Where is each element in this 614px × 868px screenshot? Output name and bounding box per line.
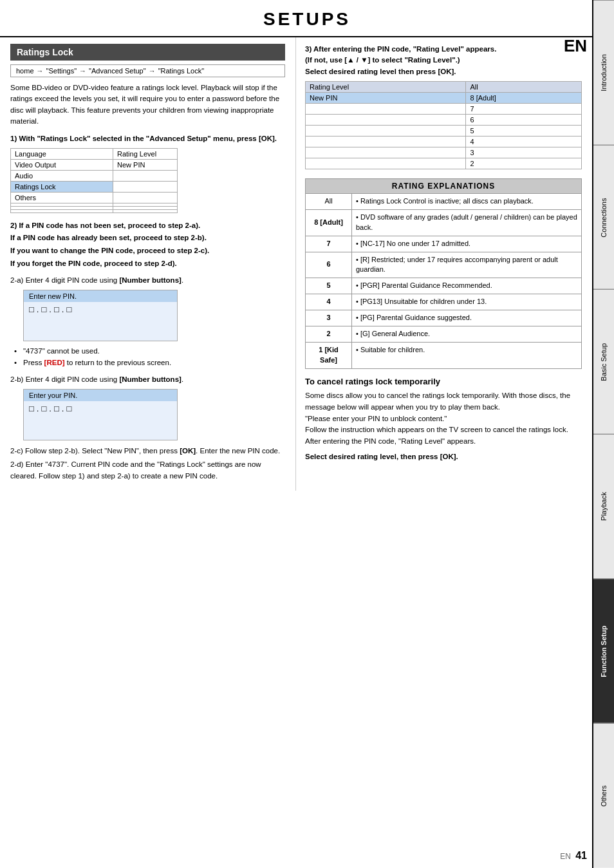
rating-level-row-3: 5 xyxy=(306,125,582,136)
rating-exp-level-7: 2 xyxy=(306,326,352,343)
red-button-label: [RED] xyxy=(44,359,65,366)
rating-exp-desc-8: • Suitable for children. xyxy=(352,343,582,369)
step3-heading: 3) After entering the PIN code, "Rating … xyxy=(305,44,582,77)
menu-cell-col1-2: Audio xyxy=(11,171,113,182)
page-header: SETUPS xyxy=(0,0,614,37)
rating-exp-heading: RATING EXPLANATIONS xyxy=(306,178,582,193)
menu-cell-col1-3: Ratings Lock xyxy=(11,182,113,193)
breadcrumb-arrow-1: → xyxy=(37,67,44,75)
rating-exp-desc-1: • DVD software of any grades (adult / ge… xyxy=(352,209,582,236)
pin-entry-body-2a: □.□.□.□ xyxy=(24,302,177,341)
menu-cell-col2-3 xyxy=(113,182,178,193)
rating-level-header-col1: Rating Level xyxy=(306,81,466,92)
rating-exp-level-3: 6 xyxy=(306,252,352,278)
main-content: Ratings Lock home → "Settings" → "Advanc… xyxy=(0,37,614,491)
menu-row-0: LanguageRating Level xyxy=(11,149,178,160)
rating-level-header-row: Rating LevelAll xyxy=(306,81,582,92)
sidebar-tab-basic-setup[interactable]: Basic Setup xyxy=(593,289,614,434)
rating-level-row-1: 7 xyxy=(306,103,582,114)
rating-level-cell-col2-2: 6 xyxy=(466,114,582,125)
rating-level-cell-col1-0: New PIN xyxy=(306,92,466,103)
cancel-heading: To cancel ratings lock temporarily xyxy=(305,377,582,386)
intro-body-text: Some BD-video or DVD-video feature a rat… xyxy=(10,82,285,127)
bullet-1: "4737" cannot be used. xyxy=(23,345,285,357)
rating-level-cell-col2-0: 8 [Adult] xyxy=(466,92,582,103)
step1-heading: 1) With "Ratings Lock" selected in the "… xyxy=(10,133,285,144)
step3-number: 3) xyxy=(305,45,312,53)
rating-explanations-table: RATING EXPLANATIONS All• Ratings Lock Co… xyxy=(305,178,582,369)
pin-entry-box-2b: Enter your PIN. □.□.□.□ xyxy=(23,389,178,440)
menu-cell-col2-1: New PIN xyxy=(113,160,178,171)
rating-level-cell-col1-3 xyxy=(306,125,466,136)
rating-exp-desc-6: • [PG] Parental Guidance suggested. xyxy=(352,310,582,326)
step2-line1: 2) If a PIN code has not been set, proce… xyxy=(10,220,285,243)
right-column: 3) After entering the PIN code, "Rating … xyxy=(296,37,592,491)
step2b-text: 2-b) Enter 4 digit PIN code using [Numbe… xyxy=(10,374,285,385)
rating-level-row-2: 6 xyxy=(306,114,582,125)
cancel-body: Some discs allow you to cancel the ratin… xyxy=(305,390,582,448)
rating-level-cell-col1-6 xyxy=(306,158,466,169)
step1-menu-table: LanguageRating LevelVideo OutputNew PINA… xyxy=(10,148,178,213)
rating-level-row-0: New PIN8 [Adult] xyxy=(306,92,582,103)
step2-line3: If you forget the PIN code, proceed to s… xyxy=(10,258,285,269)
bullet-2: Press [RED] to return to the previous sc… xyxy=(23,357,285,368)
breadcrumb-arrow-2: → xyxy=(79,67,86,75)
rating-exp-level-1: 8 [Adult] xyxy=(306,209,352,236)
rating-exp-row-3: 6• [R] Restricted; under 17 requires acc… xyxy=(306,252,582,278)
menu-cell-col1-0: Language xyxy=(11,149,113,160)
rating-level-row-4: 4 xyxy=(306,136,582,147)
rating-exp-desc-0: • Ratings Lock Control is inactive; all … xyxy=(352,193,582,209)
sidebar-tab-introduction[interactable]: Introduction xyxy=(593,0,614,145)
rating-exp-desc-5: • [PG13] Unsuitable for children under 1… xyxy=(352,294,582,310)
menu-row-3: Ratings Lock xyxy=(11,182,178,193)
rating-level-cell-col1-4 xyxy=(306,136,466,147)
left-column: Ratings Lock home → "Settings" → "Advanc… xyxy=(0,37,296,491)
menu-row-4: Others xyxy=(11,193,178,203)
sidebar-tab-function-setup[interactable]: Function Setup xyxy=(593,579,614,724)
page-number: EN 41 xyxy=(560,850,587,862)
sidebar-tab-others[interactable]: Others xyxy=(593,723,614,868)
pin-entry-box-2a: Enter new PIN. □.□.□.□ xyxy=(23,290,178,341)
menu-cell-col2-7 xyxy=(113,210,178,213)
rating-exp-desc-7: • [G] General Audience. xyxy=(352,326,582,343)
menu-cell-col1-7 xyxy=(11,210,113,213)
step2a: 2-a) Enter 4 digit PIN code using [Numbe… xyxy=(10,275,285,286)
rating-exp-row-8: 1 [Kid Safe]• Suitable for children. xyxy=(306,343,582,369)
en-page-label: EN xyxy=(560,852,571,861)
rating-exp-desc-4: • [PGR] Parental Guidance Recommended. xyxy=(352,278,582,294)
rating-exp-level-5: 4 xyxy=(306,294,352,310)
menu-cell-col1-1: Video Output xyxy=(11,160,113,171)
menu-cell-col2-4 xyxy=(113,193,178,203)
sidebar-tab-playback[interactable]: Playback xyxy=(593,434,614,579)
step2a-text: 2-a) Enter 4 digit PIN code using [Numbe… xyxy=(10,275,285,286)
rating-exp-row-5: 4• [PG13] Unsuitable for children under … xyxy=(306,294,582,310)
menu-row-7 xyxy=(11,210,178,213)
menu-cell-col2-2 xyxy=(113,171,178,182)
breadcrumb-arrow-3: → xyxy=(149,67,156,75)
rating-exp-level-2: 7 xyxy=(306,236,352,252)
rating-exp-row-6: 3• [PG] Parental Guidance suggested. xyxy=(306,310,582,326)
step2-line2: If you want to change the PIN code, proc… xyxy=(10,245,285,256)
menu-row-2: Audio xyxy=(11,171,178,182)
rating-level-cell-col2-5: 3 xyxy=(466,147,582,158)
rating-exp-row-0: All• Ratings Lock Control is inactive; a… xyxy=(306,193,582,209)
pin-entry-header-2a: Enter new PIN. xyxy=(24,290,177,302)
breadcrumb-ratings: "Ratings Lock" xyxy=(158,67,204,75)
sidebar-tab-connections[interactable]: Connections xyxy=(593,145,614,290)
rating-exp-level-6: 3 xyxy=(306,310,352,326)
rating-level-cell-col2-6: 2 xyxy=(466,158,582,169)
en-label: EN xyxy=(564,36,587,56)
step2c-text: 2-c) Follow step 2-b). Select "New PIN",… xyxy=(10,446,285,457)
breadcrumb: home → "Settings" → "Advanced Setup" → "… xyxy=(10,64,285,77)
rating-level-row-5: 3 xyxy=(306,147,582,158)
rating-level-cell-col2-1: 7 xyxy=(466,103,582,114)
rating-level-cell-col1-5 xyxy=(306,147,466,158)
menu-row-1: Video OutputNew PIN xyxy=(11,160,178,171)
rating-level-row-6: 2 xyxy=(306,158,582,169)
page-title: SETUPS xyxy=(0,9,614,30)
rating-level-cell-col2-4: 4 xyxy=(466,136,582,147)
rating-exp-row-1: 8 [Adult]• DVD software of any grades (a… xyxy=(306,209,582,236)
rating-exp-row-4: 5• [PGR] Parental Guidance Recommended. xyxy=(306,278,582,294)
rating-exp-level-4: 5 xyxy=(306,278,352,294)
step2a-bullets: "4737" cannot be used. Press [RED] to re… xyxy=(10,345,285,369)
